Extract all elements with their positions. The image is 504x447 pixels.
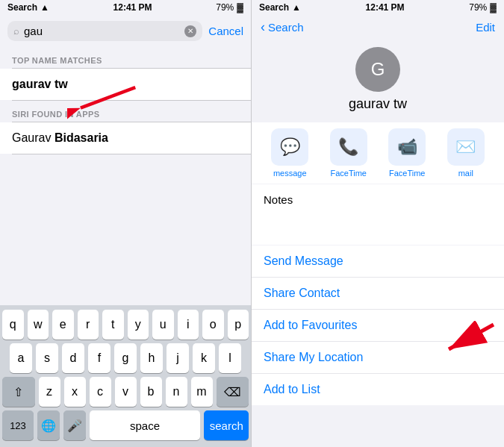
status-bar-right: Search ▲ 12:41 PM 79% ▓ xyxy=(252,0,504,15)
battery-right: 79% xyxy=(469,2,487,13)
contact-header: G gaurav tw xyxy=(252,40,504,122)
wifi-icon-left: ▲ xyxy=(40,2,49,13)
menu-add-list[interactable]: Add to List xyxy=(252,374,504,405)
key-numbers[interactable]: 123 xyxy=(2,410,34,440)
back-label: Search xyxy=(268,21,304,34)
action-mail[interactable]: ✉️ mail xyxy=(447,128,485,178)
message-icon: 💬 xyxy=(271,128,308,166)
contact-nav: ‹ Search Edit xyxy=(252,15,504,40)
key-h[interactable]: h xyxy=(140,343,163,373)
back-button[interactable]: ‹ Search xyxy=(261,19,304,35)
notes-label: Notes xyxy=(264,193,492,206)
menu-send-message[interactable]: Send Message xyxy=(252,246,504,278)
key-j[interactable]: j xyxy=(167,343,189,373)
action-message[interactable]: 💬 message xyxy=(271,128,308,178)
battery-icon-left: ▓ xyxy=(237,2,243,13)
keyboard-row-4: 123 🌐 🎤 space search xyxy=(2,410,249,440)
right-panel: Search ▲ 12:41 PM 79% ▓ ‹ Search Edit G … xyxy=(252,0,504,447)
key-r[interactable]: r xyxy=(78,310,99,340)
key-m[interactable]: m xyxy=(191,377,213,407)
keyboard-row-1: q w e r t y u i o p xyxy=(2,310,249,340)
facetime-video-icon: 📹 xyxy=(388,128,426,166)
key-w[interactable]: w xyxy=(28,310,49,340)
arrow-indicator-right xyxy=(434,321,501,362)
key-a[interactable]: a xyxy=(10,343,32,373)
search-input-wrapper: ⌕ ✕ xyxy=(7,21,202,41)
keyboard: q w e r t y u i o p a s d f g h j k l xyxy=(0,305,251,447)
key-t[interactable]: t xyxy=(102,310,124,340)
result-name: gaurav tw xyxy=(12,78,68,90)
battery-icon-right: ▓ xyxy=(490,2,497,13)
action-message-label: message xyxy=(273,169,307,178)
menu-share-contact[interactable]: Share Contact xyxy=(252,278,504,310)
avatar: G xyxy=(355,47,400,92)
notes-section: Notes xyxy=(252,184,504,245)
result-prefix: Gaurav xyxy=(12,131,55,144)
search-icon: ⌕ xyxy=(13,25,19,37)
divider xyxy=(12,154,251,154)
section-header-siri: SIRI FOUND IN APPS xyxy=(0,101,251,122)
clear-button[interactable]: ✕ xyxy=(184,25,196,37)
key-mic[interactable]: 🎤 xyxy=(63,410,86,440)
key-v[interactable]: v xyxy=(115,377,137,407)
key-l[interactable]: l xyxy=(219,343,241,373)
keyboard-row-3: ⇧ z x c v b n m ⌫ xyxy=(2,377,249,407)
key-k[interactable]: k xyxy=(193,343,215,373)
edit-button[interactable]: Edit xyxy=(476,21,495,34)
wifi-icon-right: ▲ xyxy=(292,2,301,13)
key-f[interactable]: f xyxy=(88,343,111,373)
action-buttons-row: 💬 message 📞 FaceTime 📹 FaceTime ✉️ mail xyxy=(252,122,504,184)
key-z[interactable]: z xyxy=(39,377,60,407)
key-u[interactable]: u xyxy=(152,310,174,340)
mail-icon: ✉️ xyxy=(447,128,485,166)
battery-left: 79% xyxy=(216,2,234,13)
key-s[interactable]: s xyxy=(36,343,58,373)
status-bar-left: Search ▲ 12:41 PM 79% ▓ xyxy=(0,0,251,15)
key-delete[interactable]: ⌫ xyxy=(217,377,249,407)
key-search[interactable]: search xyxy=(204,410,249,440)
section-top-matches: TOP NAME MATCHES gaurav tw xyxy=(0,47,251,101)
result-bold: Bidasaria xyxy=(55,131,108,144)
svg-line-3 xyxy=(449,325,494,349)
search-bar: ⌕ ✕ Cancel xyxy=(0,15,251,47)
key-i[interactable]: i xyxy=(178,310,199,340)
key-space[interactable]: space xyxy=(90,410,201,440)
key-e[interactable]: e xyxy=(52,310,74,340)
result-item-gaurav-bidasaria[interactable]: Gaurav Bidasaria xyxy=(0,122,251,154)
key-globe[interactable]: 🌐 xyxy=(37,410,60,440)
contact-name: gaurav tw xyxy=(349,96,407,112)
time-right: 12:41 PM xyxy=(366,2,405,13)
cancel-button[interactable]: Cancel xyxy=(208,25,243,37)
key-c[interactable]: c xyxy=(90,377,111,407)
key-d[interactable]: d xyxy=(62,343,84,373)
keyboard-row-2: a s d f g h j k l xyxy=(2,343,249,373)
key-x[interactable]: x xyxy=(64,377,86,407)
action-mail-label: mail xyxy=(458,169,473,178)
action-facetime-audio[interactable]: 📞 FaceTime xyxy=(330,128,367,178)
key-p[interactable]: p xyxy=(228,310,249,340)
action-facetime-audio-label: FaceTime xyxy=(331,169,367,178)
search-input[interactable] xyxy=(24,25,180,37)
result-item-gaurav-tw[interactable]: gaurav tw xyxy=(0,69,251,100)
action-facetime-video[interactable]: 📹 FaceTime xyxy=(388,128,426,178)
carrier-right: Search xyxy=(259,2,289,13)
key-o[interactable]: o xyxy=(202,310,224,340)
time-left: 12:41 PM xyxy=(113,2,152,13)
action-facetime-video-label: FaceTime xyxy=(389,169,426,178)
key-b[interactable]: b xyxy=(140,377,162,407)
key-y[interactable]: y xyxy=(128,310,149,340)
notes-content xyxy=(264,206,492,236)
section-header-top-matches: TOP NAME MATCHES xyxy=(0,47,251,68)
key-n[interactable]: n xyxy=(166,377,187,407)
chevron-left-icon: ‹ xyxy=(261,19,265,35)
key-shift[interactable]: ⇧ xyxy=(2,377,35,407)
key-q[interactable]: q xyxy=(2,310,24,340)
section-siri: SIRI FOUND IN APPS Gaurav Bidasaria xyxy=(0,101,251,154)
facetime-audio-icon: 📞 xyxy=(330,128,367,166)
key-g[interactable]: g xyxy=(114,343,137,373)
carrier-left: Search xyxy=(7,2,37,13)
